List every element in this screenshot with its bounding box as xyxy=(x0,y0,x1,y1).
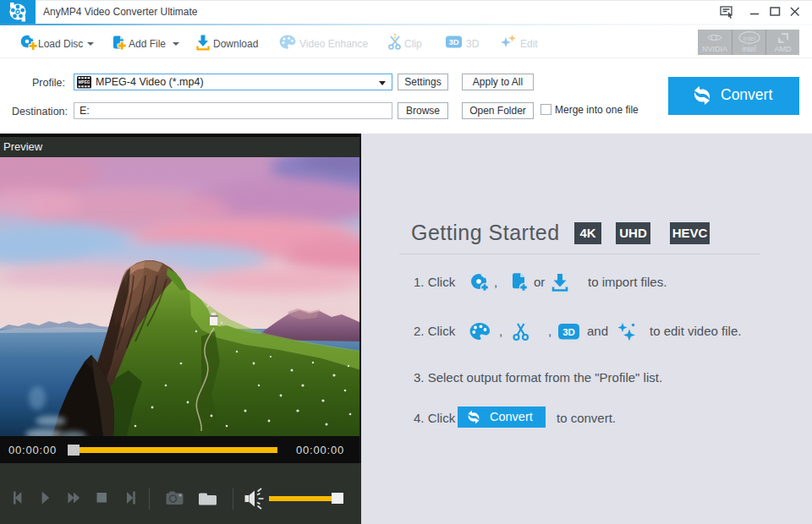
svg-text:3D: 3D xyxy=(562,327,575,337)
svg-text:3D: 3D xyxy=(448,37,458,46)
svg-text:intel: intel xyxy=(743,35,756,42)
svg-text:MPEG: MPEG xyxy=(79,80,91,85)
